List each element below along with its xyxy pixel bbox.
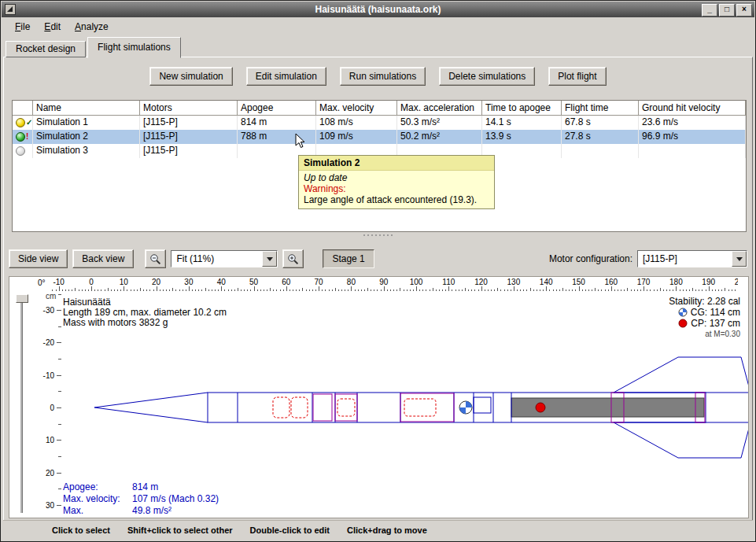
tooltip-title: Simulation 2 (299, 156, 494, 171)
column-header-motors[interactable]: Motors (140, 101, 238, 116)
column-header-apogee[interactable]: Apogee (238, 101, 316, 116)
v-ruler-label: 10 (46, 436, 54, 444)
h-ruler-label: 140 (540, 278, 553, 286)
rocket-info-block: Haisunäätä Length 189 cm, max. diameter … (63, 297, 227, 328)
view-toolbar: Side view Back view Fit (11%) Stage 1 Mo… (9, 246, 747, 271)
h-ruler-label: 120 (474, 278, 488, 286)
motor-configuration-value: [J115-P] (638, 251, 732, 267)
h-ruler-label: -10 (53, 278, 64, 286)
table-body: ✓Simulation 1[J115-P]814 m108 m/s50.3 m/… (13, 116, 746, 158)
cg-value: CG: 114 cm (691, 307, 740, 318)
h-ruler-label: 150 (572, 278, 585, 286)
rocket-view[interactable]: 0° cm -100102030405060708090100110120130… (9, 276, 749, 518)
back-view-button[interactable]: Back view (72, 249, 134, 268)
rotation-angle-label: 0° (38, 278, 46, 287)
stage-1-toggle[interactable]: Stage 1 (323, 249, 374, 268)
tab-rocket-design[interactable]: Rocket design (6, 41, 86, 57)
horizontal-ruler: -100102030405060708090100110120130140150… (49, 277, 738, 291)
run-simulations-button[interactable]: Run simulations (340, 67, 426, 86)
zoom-out-button[interactable] (145, 249, 166, 268)
flight-data-label: Max. velocity: (63, 493, 132, 505)
cell-apogee: 814 m (238, 116, 316, 130)
h-ruler-label: 130 (507, 278, 521, 286)
zoom-in-icon (287, 253, 299, 265)
menu-item-edit[interactable]: Edit (37, 19, 68, 35)
v-ruler-label: 20 (46, 468, 54, 477)
column-header-max-acceleration[interactable]: Max. acceleration (397, 101, 482, 116)
tooltip-warnings-label: Warnings: (304, 183, 489, 194)
column-header-time-to-apogee[interactable]: Time to apogee (482, 101, 562, 116)
cell-max-velocity: 108 m/s (316, 116, 397, 130)
status-hint-click-to-select: Click to select (52, 525, 110, 535)
cell-motors: [J115-P] (140, 116, 238, 130)
maximize-button[interactable]: □ (719, 4, 735, 17)
motor-configuration-select[interactable]: [J115-P] (637, 250, 747, 267)
cell-ground-hit-velocity: 96.9 m/s (639, 130, 746, 144)
zoom-select-value: Fit (11%) (171, 251, 262, 267)
rotation-slider-track[interactable] (20, 299, 23, 513)
h-ruler-label: 180 (669, 278, 683, 286)
cell-motors: [J115-P] (140, 144, 238, 158)
minimize-button[interactable]: _ (702, 4, 717, 17)
chevron-down-icon[interactable] (732, 251, 747, 267)
mach-condition: at M=0.30 (705, 329, 740, 340)
cell-flight-time: 67.8 s (562, 116, 639, 130)
h-ruler-label: 50 (249, 278, 258, 286)
flight-data-label: Apogee: (63, 481, 132, 493)
cp-marker-icon (536, 403, 545, 412)
flight-data-value: 814 m (132, 481, 158, 493)
cell-ground-hit-velocity (639, 144, 746, 158)
stability-block: Stability: 2.28 cal CG: 114 cm CP: 137 c… (669, 296, 740, 340)
h-ruler-label: 200 (735, 278, 738, 286)
menu-item-file[interactable]: File (8, 19, 37, 35)
h-ruler-label: 190 (702, 278, 715, 286)
splitter-handle[interactable] (1, 232, 755, 238)
chevron-down-icon[interactable] (262, 251, 277, 267)
recovery-devices[interactable] (273, 397, 436, 418)
cell-name: Simulation 3 (33, 144, 140, 158)
simulation-status-icon (13, 144, 33, 158)
mouse-cursor (295, 133, 305, 152)
column-header-ground-hit-velocity[interactable]: Ground hit velocity (639, 101, 746, 116)
close-button[interactable]: × (736, 4, 752, 17)
cell-name: Simulation 1 (33, 116, 140, 130)
tab-strip: Rocket designFlight simulations (6, 36, 183, 57)
flight-data-value: 49.8 m/s² (132, 505, 171, 518)
tab-flight-simulations[interactable]: Flight simulations (87, 37, 181, 58)
status-hint-double-click-to-edit: Double-click to edit (250, 525, 330, 535)
status-hint-click-drag-to-move: Click+drag to move (347, 525, 427, 535)
table-row[interactable]: !Simulation 2[J115-P]788 m109 m/s50.2 m/… (13, 130, 746, 144)
new-simulation-button[interactable]: New simulation (149, 67, 232, 86)
rotation-slider-handle[interactable] (16, 294, 28, 303)
column-header-max-velocity[interactable]: Max. velocity (316, 101, 397, 116)
cg-legend-icon (678, 308, 688, 317)
simulation-status-icon: ✓ (13, 116, 33, 130)
delete-simulations-button[interactable]: Delete simulations (439, 67, 535, 86)
simulation-status-icon: ! (13, 130, 33, 144)
column-header-flight-time[interactable]: Flight time (562, 101, 639, 116)
edit-simulation-button[interactable]: Edit simulation (246, 67, 326, 86)
title-bar[interactable]: Haisunäätä (haisunaata.ork) _ □ × (2, 2, 754, 18)
cg-marker-icon (459, 401, 472, 414)
table-row[interactable]: ✓Simulation 1[J115-P]814 m108 m/s50.3 m/… (13, 116, 746, 130)
menu-bar: FileEditAnalyze (2, 17, 754, 36)
simulation-buttons-row: New simulationEdit simulationRun simulat… (1, 67, 755, 86)
column-header-status[interactable] (13, 101, 33, 116)
table-header-row: NameMotorsApogeeMax. velocityMax. accele… (13, 101, 746, 116)
zoom-select[interactable]: Fit (11%) (171, 250, 278, 267)
v-ruler-label: -20 (43, 338, 54, 347)
column-header-name[interactable]: Name (33, 101, 140, 116)
status-bar: Click to selectShift+click to select oth… (3, 520, 753, 539)
application-window: Haisunäätä (haisunaata.ork) _ □ × FileEd… (0, 0, 756, 542)
zoom-in-button[interactable] (282, 249, 304, 268)
flight-data-label: Max. acceleration: (63, 505, 132, 518)
menu-item-analyze[interactable]: Analyze (68, 19, 116, 35)
h-ruler-label: 60 (282, 278, 290, 286)
h-ruler-label: 30 (184, 278, 193, 286)
cell-name: Simulation 2 (33, 130, 140, 144)
cell-max-acceleration: 50.3 m/s² (397, 116, 482, 130)
cell-motors: [J115-P] (140, 130, 238, 144)
plot-flight-button[interactable]: Plot flight (548, 67, 606, 86)
cell-max-velocity: 109 m/s (316, 130, 397, 144)
side-view-button[interactable]: Side view (9, 249, 68, 268)
